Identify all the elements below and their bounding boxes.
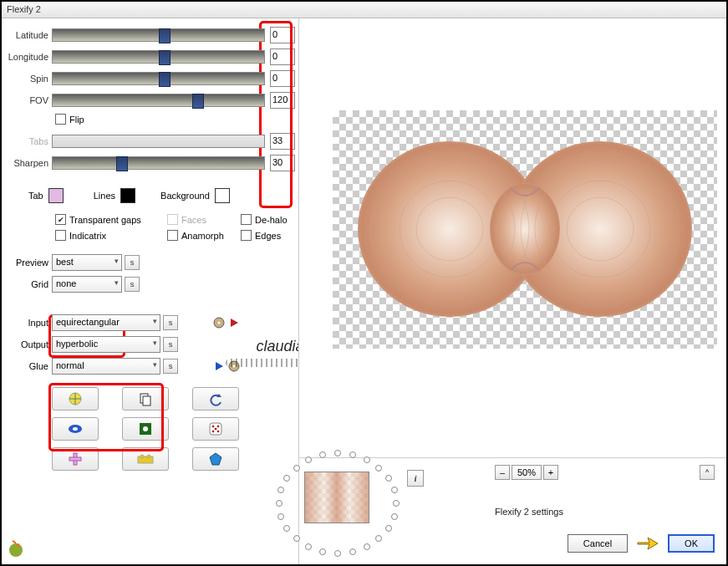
gem-button[interactable]	[192, 447, 239, 471]
ring-dot[interactable]	[375, 535, 382, 542]
svg-point-26	[9, 543, 23, 557]
ring-dot[interactable]	[391, 487, 398, 493]
undo-button[interactable]	[192, 387, 239, 410]
input-row: Input equirectangular s	[5, 312, 295, 334]
longitude-value[interactable]: 0	[270, 48, 295, 65]
ring-dot[interactable]	[349, 548, 356, 555]
svg-point-11	[73, 427, 78, 431]
svg-point-19	[217, 431, 220, 433]
transparent-gaps-checkbox[interactable]	[55, 214, 66, 225]
ring-dot[interactable]	[283, 525, 290, 532]
fov-value[interactable]: 120	[270, 92, 295, 109]
preview-select[interactable]: best	[52, 254, 122, 271]
globe-button[interactable]	[52, 387, 99, 410]
cb-row-1: Transparent gaps Faces De-halo	[5, 212, 295, 227]
latitude-value[interactable]: 0	[270, 27, 295, 43]
brick-button[interactable]	[122, 447, 169, 471]
ring-dot[interactable]	[277, 513, 284, 520]
svg-point-13	[143, 426, 148, 431]
ring-dot[interactable]	[375, 465, 382, 472]
ring-dot[interactable]	[334, 450, 341, 456]
sharpen-value[interactable]: 30	[270, 155, 295, 171]
input-settings-button[interactable]: s	[163, 315, 178, 330]
svg-point-18	[212, 431, 215, 433]
latitude-label: Latitude	[5, 30, 52, 40]
preview-row: Preview best s	[5, 252, 295, 273]
ring-dot[interactable]	[276, 500, 283, 507]
ring-dot[interactable]	[385, 525, 392, 532]
disc-icon[interactable]	[211, 315, 227, 330]
tabs-value[interactable]: 33	[270, 133, 295, 150]
fireball-icon[interactable]	[5, 538, 27, 559]
ring-dot[interactable]	[305, 456, 312, 463]
svg-marker-25	[210, 453, 221, 465]
ring-dot[interactable]	[319, 451, 326, 458]
output-select[interactable]: hyperbolic	[52, 336, 160, 353]
background-swatch[interactable]	[215, 188, 230, 203]
target-button[interactable]	[122, 417, 169, 441]
fov-row: FOV 120	[5, 90, 295, 110]
disc-icon-2[interactable]	[227, 359, 242, 374]
anamorph-checkbox[interactable]	[167, 230, 178, 241]
ring-dot[interactable]	[305, 543, 312, 550]
ring-dot[interactable]	[293, 465, 300, 472]
controls-panel: Latitude 0 Longitude 0 Spin 0 FOV 120	[2, 18, 298, 564]
indicatrix-item: Indicatrix	[55, 230, 152, 241]
zoom-in-button[interactable]: +	[543, 465, 558, 480]
ring-dot[interactable]	[319, 548, 326, 555]
tabs-slider	[52, 135, 265, 148]
ring-dot[interactable]	[349, 451, 356, 458]
copy-button[interactable]	[122, 387, 169, 410]
ring-dot[interactable]	[385, 475, 392, 482]
edges-checkbox[interactable]	[241, 230, 252, 241]
ring-dot[interactable]	[277, 487, 284, 493]
zoom-group: – 50% +	[495, 465, 558, 480]
spin-value[interactable]: 0	[270, 70, 295, 87]
ring-dot[interactable]	[293, 535, 300, 542]
dehalo-checkbox[interactable]	[241, 214, 252, 225]
settings-title: Flexify 2 settings	[495, 507, 563, 517]
fov-slider[interactable]	[52, 94, 265, 107]
collapse-button[interactable]: ^	[700, 465, 715, 480]
output-settings-button[interactable]: s	[163, 337, 178, 352]
ok-button[interactable]: OK	[668, 534, 715, 553]
ring-dot[interactable]	[391, 513, 398, 520]
grid-label: Grid	[5, 279, 52, 289]
longitude-slider[interactable]	[52, 50, 265, 64]
play-icon[interactable]	[227, 315, 242, 330]
input-select[interactable]: equirectangular	[52, 314, 160, 331]
spin-slider[interactable]	[52, 72, 265, 85]
ring-dot[interactable]	[364, 456, 370, 463]
grid-settings-button[interactable]: s	[125, 277, 140, 292]
dice-button[interactable]	[192, 417, 239, 441]
svg-marker-2	[231, 319, 238, 327]
ring-dot[interactable]	[364, 543, 370, 550]
flip-checkbox[interactable]	[55, 114, 66, 125]
thumbnail-image[interactable]	[304, 472, 369, 523]
svg-point-16	[217, 426, 220, 428]
faces-item: Faces	[167, 214, 226, 225]
glue-row: Glue normal s	[5, 355, 295, 377]
ring-dot[interactable]	[393, 500, 400, 507]
preview-area[interactable]	[299, 18, 726, 457]
plus-button[interactable]	[52, 447, 99, 471]
ring-dot[interactable]	[334, 550, 341, 557]
latitude-slider[interactable]	[52, 28, 265, 42]
preview-label: Preview	[5, 258, 52, 268]
glue-settings-button[interactable]: s	[163, 359, 178, 374]
preview-settings-button[interactable]: s	[125, 255, 140, 270]
torus-button[interactable]	[52, 417, 99, 441]
cancel-button[interactable]: Cancel	[568, 534, 628, 553]
play-icon-2[interactable]	[211, 359, 227, 374]
indicatrix-checkbox[interactable]	[55, 230, 66, 241]
faces-checkbox	[167, 214, 178, 225]
glue-select[interactable]: normal	[52, 358, 160, 375]
tab-swatch[interactable]	[48, 188, 64, 203]
ring-dot[interactable]	[283, 475, 290, 482]
sharpen-slider[interactable]	[52, 156, 265, 170]
lines-swatch[interactable]	[120, 188, 135, 203]
info-button[interactable]: i	[407, 470, 424, 487]
zoom-value[interactable]: 50%	[512, 465, 542, 480]
grid-select[interactable]: none	[52, 276, 122, 293]
zoom-out-button[interactable]: –	[495, 465, 510, 480]
